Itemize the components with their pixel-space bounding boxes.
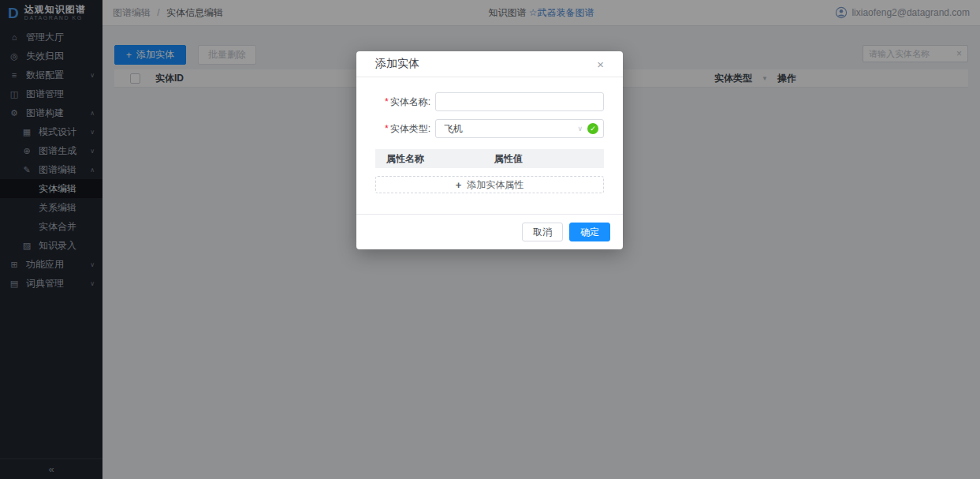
validation-success-icon: ✓ bbox=[587, 123, 598, 134]
attr-value-column: 属性值 bbox=[494, 152, 523, 166]
add-attribute-button[interactable]: + 添加实体属性 bbox=[375, 176, 604, 193]
attribute-table-header: 属性名称 属性值 bbox=[375, 149, 604, 168]
required-mark: * bbox=[385, 96, 389, 107]
required-mark: * bbox=[385, 123, 389, 134]
modal-header: 添加实体 × bbox=[356, 51, 623, 77]
entity-type-label: *实体类型: bbox=[375, 122, 430, 136]
close-icon[interactable]: × bbox=[597, 58, 604, 70]
modal-title: 添加实体 bbox=[375, 57, 419, 71]
modal-footer: 取消 确定 bbox=[356, 214, 623, 249]
entity-name-row: *实体名称: bbox=[375, 92, 604, 111]
entity-name-input[interactable] bbox=[435, 92, 604, 111]
confirm-button[interactable]: 确定 bbox=[569, 223, 610, 241]
entity-name-label: *实体名称: bbox=[375, 95, 430, 109]
entity-type-row: *实体类型: 飞机 ∨ ✓ bbox=[375, 119, 604, 138]
app-root: D 达观知识图谱 DATAGRAND KG ⌂ 管理大厅 ◎ 失效归因 ≡ 数据… bbox=[0, 0, 980, 479]
cancel-button[interactable]: 取消 bbox=[522, 223, 563, 241]
select-arrow-icon: ∨ bbox=[577, 125, 583, 133]
modal-body: *实体名称: *实体类型: 飞机 ∨ ✓ 属性名称 属性值 + 添加实体属性 bbox=[356, 77, 623, 214]
attr-name-column: 属性名称 bbox=[375, 152, 494, 166]
add-entity-modal: 添加实体 × *实体名称: *实体类型: 飞机 ∨ ✓ 属性名称 属性值 + bbox=[356, 51, 623, 249]
entity-type-select[interactable]: 飞机 ∨ ✓ bbox=[435, 119, 604, 138]
plus-icon: + bbox=[456, 179, 462, 191]
entity-type-value: 飞机 bbox=[444, 122, 463, 136]
